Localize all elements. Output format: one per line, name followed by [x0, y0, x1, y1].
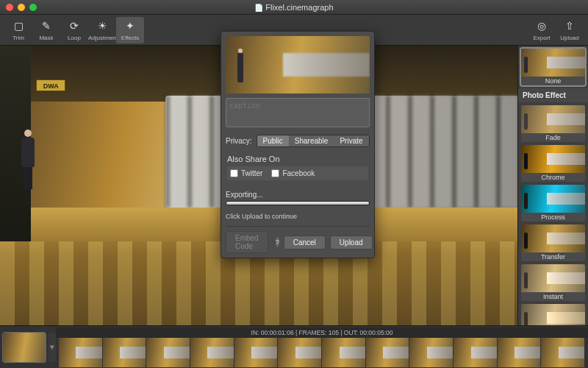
upload-button[interactable]: Upload	[330, 236, 373, 250]
effect-instant[interactable]: Instant	[521, 264, 585, 301]
timeline-current-frame[interactable]	[3, 333, 46, 362]
loop-tool-button[interactable]: ⟳Loop	[60, 17, 88, 43]
timeline-frame[interactable]	[322, 338, 365, 367]
effect-none[interactable]: None	[521, 49, 585, 85]
help-icon[interactable]: ?	[276, 237, 279, 247]
timeline-frame[interactable]	[541, 338, 584, 367]
timeline-frame[interactable]	[103, 338, 146, 367]
export-progress-bar	[226, 201, 370, 205]
timeline-frame[interactable]	[190, 338, 234, 367]
upload-dialog: Privacy: PublicShareablePrivate Also Sha…	[220, 31, 375, 258]
adjustments-icon: ☀	[88, 19, 116, 32]
share-facebook-checkbox[interactable]: Facebook	[271, 169, 315, 177]
timeline-info: IN: 00:00:01:06 | FRAMES: 105 | OUT: 00:…	[56, 328, 588, 338]
window-titlebar: Flixel.cinemagraph	[0, 0, 588, 15]
effect-process[interactable]: Process	[521, 185, 585, 222]
timeline-frame[interactable]	[278, 338, 321, 367]
window-controls	[6, 4, 37, 11]
share-twitter-checkbox[interactable]: Twitter	[230, 169, 262, 177]
privacy-option-shareable[interactable]: Shareable	[289, 135, 334, 146]
export-icon: ◎	[528, 19, 556, 32]
timeline-expand-button[interactable]: ▾	[49, 333, 56, 362]
mask-tool-button[interactable]: ✎Mask	[32, 17, 60, 43]
export-tool-button[interactable]: ◎Export	[528, 17, 556, 43]
window-title: Flixel.cinemagraph	[0, 3, 588, 12]
loop-icon: ⟳	[60, 19, 88, 32]
upload-preview-thumb	[226, 36, 370, 93]
effect-transfer[interactable]: Transfer	[521, 224, 585, 261]
cancel-button[interactable]: Cancel	[284, 236, 326, 250]
privacy-option-public[interactable]: Public	[257, 135, 289, 146]
timeline-frame[interactable]	[366, 338, 409, 367]
effects-sidebar[interactable]: None Photo Effect FadeChromeProcessTrans…	[517, 46, 588, 325]
timeline-frame[interactable]	[409, 338, 453, 367]
timeline-frame[interactable]	[234, 338, 278, 367]
timeline-bar: ▾ IN: 00:00:01:06 | FRAMES: 105 | OUT: 0…	[0, 325, 588, 368]
privacy-segmented-control[interactable]: PublicShareablePrivate	[257, 135, 370, 147]
zoom-window-button[interactable]	[29, 4, 37, 11]
effects-tool-button[interactable]: ✦Effects	[116, 17, 144, 43]
timeline-strip[interactable]	[56, 338, 588, 367]
share-label: Also Share On	[227, 155, 368, 163]
close-window-button[interactable]	[6, 4, 13, 11]
upload-icon: ⇧	[556, 19, 584, 32]
effects-section-photo: Photo Effect	[518, 88, 588, 102]
embed-code-button: Embed Code	[226, 231, 268, 253]
export-progress-label: Exporting...	[226, 191, 370, 199]
effect-sepia[interactable]: Sepia	[521, 304, 585, 325]
upload-tool-button[interactable]: ⇧Upload	[556, 17, 584, 43]
timeline-frame[interactable]	[498, 338, 541, 367]
adjustments-tool-button[interactable]: ☀Adjustments	[88, 17, 116, 43]
trim-icon: ▢	[4, 19, 32, 32]
privacy-label: Privacy:	[226, 137, 252, 145]
privacy-option-private[interactable]: Private	[334, 135, 368, 146]
timeline-frame[interactable]	[453, 338, 497, 367]
minimize-window-button[interactable]	[18, 4, 25, 11]
effect-chrome[interactable]: Chrome	[521, 145, 585, 182]
effect-fade[interactable]: Fade	[521, 105, 585, 142]
trim-tool-button[interactable]: ▢Trim	[4, 17, 32, 43]
effects-icon: ✦	[116, 19, 144, 32]
caption-input[interactable]	[226, 98, 370, 127]
scene-sign: DWA	[36, 79, 65, 91]
mask-icon: ✎	[32, 19, 60, 32]
timeline-frame[interactable]	[146, 338, 190, 367]
timeline-frame[interactable]	[59, 338, 102, 367]
upload-hint: Click Upload to continue	[226, 213, 370, 220]
